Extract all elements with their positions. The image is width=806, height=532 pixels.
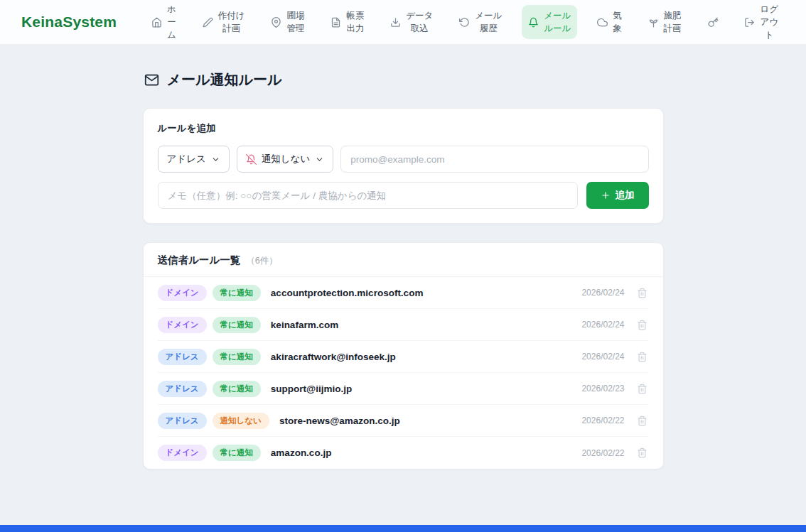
rule-value: accountprotection.microsoft.com xyxy=(271,288,424,298)
rule-type-badge: アドレス xyxy=(158,381,207,397)
history-icon xyxy=(459,17,470,28)
trash-icon xyxy=(637,320,648,330)
bell-icon xyxy=(528,17,539,28)
brand-logo: KeinaSystem xyxy=(21,13,117,31)
rule-action-select[interactable]: 通知しない xyxy=(237,146,333,173)
rule-list: ドメイン 常に通知 accountprotection.microsoft.co… xyxy=(144,277,663,469)
rule-date: 2026/02/22 xyxy=(581,416,624,425)
nav-item-report-output[interactable]: 帳票 出力 xyxy=(324,5,370,39)
map-pin-icon xyxy=(271,17,281,28)
nav-item-home[interactable]: ホ ー ム xyxy=(145,0,183,45)
nav-item-mail-history[interactable]: メール 履歴 xyxy=(453,5,508,39)
rule-value: store-news@amazon.co.jp xyxy=(279,416,400,426)
mail-icon xyxy=(144,72,159,87)
rule-value: keinafarm.com xyxy=(271,320,338,330)
rule-action-badge: 常に通知 xyxy=(213,445,261,461)
rule-row: ドメイン 常に通知 amazon.co.jp 2026/02/22 xyxy=(158,437,649,469)
chevron-down-icon xyxy=(211,155,220,164)
nav-item-label: データ 取込 xyxy=(406,9,433,35)
nav-item-label: 帳票 出力 xyxy=(346,9,364,35)
delete-rule-button[interactable] xyxy=(635,414,649,428)
delete-rule-button[interactable] xyxy=(635,446,649,460)
rule-type-badge: ドメイン xyxy=(158,285,207,301)
rule-list-card: 送信者ルール一覧 （6件） ドメイン 常に通知 accountprotectio… xyxy=(143,242,664,469)
rule-value: amazon.co.jp xyxy=(271,447,332,458)
logout-icon xyxy=(744,17,755,28)
nav-item-label: ホ ー ム xyxy=(167,3,176,41)
rule-row: アドレス 常に通知 akiracraftwork@infoseek.jp 202… xyxy=(158,341,649,373)
document-icon xyxy=(331,17,341,28)
main-content: メール通知ルール ルールを追加 アドレス 通知しない xyxy=(0,45,806,525)
page-title: メール通知ルール xyxy=(167,70,282,89)
rule-row: ドメイン 常に通知 accountprotection.microsoft.co… xyxy=(158,277,649,309)
app-header: KeinaSystem ホ ー ム 作付け 計画 圃場 管理 帳票 出力 データ… xyxy=(0,0,806,45)
nav-item-label: 気 象 xyxy=(613,9,622,35)
rule-date: 2026/02/22 xyxy=(581,448,624,458)
add-rule-card: ルールを追加 アドレス 通知しない 追加 xyxy=(143,108,664,224)
rule-type-select[interactable]: アドレス xyxy=(158,146,230,173)
nav-item-field-management[interactable]: 圃場 管理 xyxy=(264,5,311,39)
nav-item-weather[interactable]: 気 象 xyxy=(591,5,628,39)
nav-item-label: メール 履歴 xyxy=(475,9,502,35)
rule-value: support@iijmio.jp xyxy=(271,384,352,394)
rule-type-badge: アドレス xyxy=(158,349,207,365)
trash-icon xyxy=(637,352,648,362)
footer xyxy=(0,525,806,532)
delete-rule-button[interactable] xyxy=(635,318,649,332)
rule-type-select-value: アドレス xyxy=(167,153,206,165)
nav-item-label: 圃場 管理 xyxy=(286,9,304,35)
nav-item-logout[interactable]: ログ アウ ト xyxy=(738,0,785,45)
nav-item-label: ログ アウ ト xyxy=(760,3,778,41)
trash-icon xyxy=(637,384,648,394)
bell-off-icon xyxy=(246,154,257,165)
rule-date: 2026/02/24 xyxy=(581,352,624,362)
download-icon xyxy=(390,17,401,28)
add-button-label: 追加 xyxy=(616,189,635,202)
rule-row: アドレス 常に通知 support@iijmio.jp 2026/02/23 xyxy=(158,373,649,405)
delete-rule-button[interactable] xyxy=(635,382,649,396)
nav-item-label: 施肥 計画 xyxy=(664,9,682,35)
delete-rule-button[interactable] xyxy=(635,350,649,364)
seedling-icon xyxy=(648,17,659,28)
key-icon xyxy=(708,17,719,28)
pencil-icon xyxy=(203,17,213,28)
delete-rule-button[interactable] xyxy=(635,286,649,300)
rule-type-badge: ドメイン xyxy=(158,445,207,461)
chevron-down-icon xyxy=(315,155,324,164)
rule-date: 2026/02/24 xyxy=(581,320,624,330)
rule-type-badge: ドメイン xyxy=(158,317,207,333)
rule-action-badge: 常に通知 xyxy=(213,381,261,397)
add-rule-heading: ルールを追加 xyxy=(158,122,649,135)
rule-action-badge: 通知しない xyxy=(213,413,269,429)
nav-item-planting-plan[interactable]: 作付け 計画 xyxy=(196,5,252,39)
rule-action-badge: 常に通知 xyxy=(213,285,261,301)
add-rule-button[interactable]: 追加 xyxy=(586,182,649,209)
rule-value: akiracraftwork@infoseek.jp xyxy=(271,352,396,362)
rule-action-badge: 常に通知 xyxy=(213,317,261,333)
memo-input[interactable] xyxy=(158,182,578,209)
nav-item-mail-rules[interactable]: メール ルール xyxy=(522,5,577,39)
rule-type-badge: アドレス xyxy=(158,413,207,429)
rule-date: 2026/02/24 xyxy=(581,288,624,298)
home-icon xyxy=(151,17,162,28)
rule-row: ドメイン 常に通知 keinafarm.com 2026/02/24 xyxy=(158,309,649,341)
rule-date: 2026/02/23 xyxy=(581,384,624,393)
rule-row: アドレス 通知しない store-news@amazon.co.jp 2026/… xyxy=(158,405,649,437)
plus-icon xyxy=(601,190,611,200)
nav-item-data-import[interactable]: データ 取込 xyxy=(384,5,439,39)
rule-count: （6件） xyxy=(246,255,277,267)
trash-icon xyxy=(637,416,648,426)
nav-item-label: メール ルール xyxy=(544,9,571,35)
rule-list-header: 送信者ルール一覧 （6件） xyxy=(144,243,663,277)
rule-list-heading: 送信者ルール一覧 xyxy=(158,254,241,267)
cloud-icon xyxy=(597,17,608,28)
nav-item-fertilization-plan[interactable]: 施肥 計画 xyxy=(642,5,688,39)
page-title-row: メール通知ルール xyxy=(144,70,664,89)
nav-item-key[interactable] xyxy=(702,13,725,32)
trash-icon xyxy=(637,288,648,298)
main-nav: ホ ー ム 作付け 計画 圃場 管理 帳票 出力 データ 取込 メール 履歴 メ… xyxy=(145,0,785,45)
trash-icon xyxy=(637,447,648,458)
rule-action-badge: 常に通知 xyxy=(213,349,261,365)
address-input[interactable] xyxy=(340,146,648,173)
nav-item-label: 作付け 計画 xyxy=(218,9,245,35)
